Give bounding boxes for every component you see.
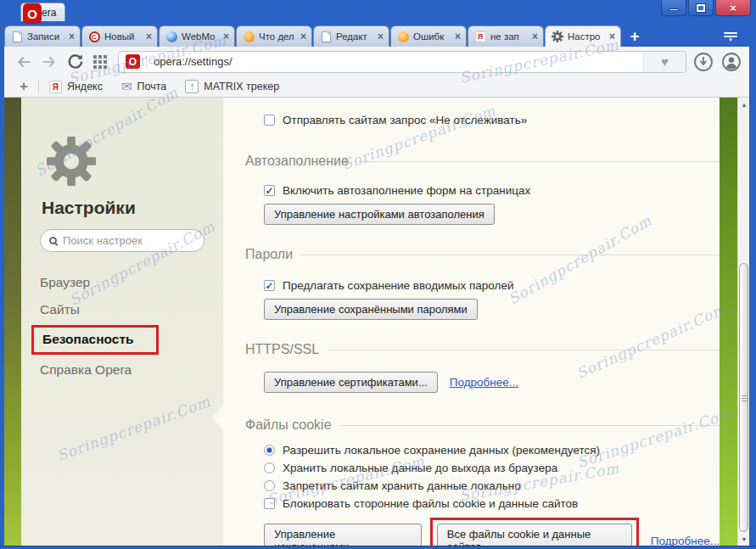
- tab-label: Новый: [104, 31, 144, 42]
- orange-site-icon: [397, 31, 409, 42]
- tab-close-icon[interactable]: ×: [453, 31, 462, 42]
- maximize-button[interactable]: [688, 0, 714, 16]
- checkbox-checked-icon[interactable]: ✓: [264, 185, 275, 196]
- manage-certificates-button[interactable]: Управление сертификатами...: [264, 372, 438, 393]
- annotation-box-all-cookies: Все файлы cookie и данные сайтов...: [430, 518, 639, 546]
- add-bookmark-button[interactable]: +: [4, 78, 38, 95]
- section-passwords: Пароли: [245, 247, 720, 262]
- window-controls: ×: [659, 0, 751, 16]
- section-title: Пароли: [245, 247, 293, 262]
- radio-selected-icon[interactable]: [264, 445, 275, 456]
- settings-sidebar: Настройки Браузер Сайты Безопасность Спр…: [21, 98, 223, 546]
- tab-novyj[interactable]: C Новый ×: [81, 25, 158, 47]
- minimize-button[interactable]: [661, 0, 686, 16]
- section-rule: [328, 350, 720, 350]
- section-autofill: Автозаполнение: [245, 154, 720, 169]
- tab-menu-icon[interactable]: ▼: [724, 31, 737, 42]
- cookies-option-label: Хранить локальные данные до выхода из бр…: [283, 462, 557, 474]
- vertical-scrollbar[interactable]: ▲ ▼: [737, 98, 749, 546]
- tab-webmoney[interactable]: WebMo ×: [159, 25, 235, 47]
- bookmark-label: Яндекс: [67, 81, 103, 92]
- tab-ne-zapuskaetsya[interactable]: Я не зап ×: [468, 25, 544, 47]
- close-button[interactable]: ×: [715, 0, 751, 16]
- section-cookies: Файлы cookie: [245, 417, 720, 433]
- tab-close-icon[interactable]: ×: [144, 31, 154, 42]
- sidebar-item-security[interactable]: Безопасность: [42, 332, 134, 347]
- address-bar[interactable]: O opera://settings/ ♥: [118, 51, 686, 73]
- address-separator: [146, 55, 147, 69]
- tab-settings-active[interactable]: Настро ×: [545, 25, 621, 47]
- url-text[interactable]: opera://settings/: [154, 55, 643, 68]
- tab-label: WebMo: [182, 31, 221, 42]
- forward-button[interactable]: [36, 50, 62, 74]
- tab-label: Ошибк: [413, 31, 453, 42]
- yandex-icon: Я: [49, 81, 62, 93]
- mail-icon: ✉: [121, 79, 132, 94]
- passwords-checkbox-label: Предлагать сохранение вводимых паролей: [283, 279, 514, 292]
- bookmarks-divider: [38, 81, 39, 93]
- gear-icon: [552, 31, 563, 42]
- sidebar-item-opera-help[interactable]: Справка Opera: [40, 356, 223, 384]
- checkbox-icon[interactable]: [264, 498, 275, 509]
- scroll-up-icon[interactable]: ▲: [738, 98, 749, 111]
- cookies-option-row: Запретить сайтам хранить данные локально: [264, 479, 720, 492]
- truncated-setting-row: Отправлять сайтам запрос «Не отслеживать…: [264, 113, 720, 127]
- cookies-option-row: Разрешить локальное сохранение данных (р…: [264, 444, 720, 457]
- scroll-down-icon[interactable]: ▼: [738, 532, 749, 546]
- manage-exceptions-button[interactable]: Управление исключениями...: [264, 524, 422, 546]
- background-strip-left: [4, 98, 21, 546]
- radio-icon[interactable]: [264, 480, 275, 491]
- bookmark-yandex[interactable]: Я Яндекс: [49, 81, 103, 93]
- tab-close-icon[interactable]: ×: [376, 31, 385, 42]
- autofill-checkbox-label: Включить автозаполнение форм на страница…: [283, 184, 530, 197]
- block-third-party-row: Блокировать сторонние файлы cookie и дан…: [264, 497, 720, 510]
- search-input[interactable]: [63, 234, 182, 247]
- cookies-more-link[interactable]: Подробнее...: [651, 535, 720, 546]
- tab-oshibka[interactable]: Ошибк ×: [390, 25, 467, 47]
- https-more-link[interactable]: Подробнее...: [450, 376, 518, 389]
- manage-autofill-button[interactable]: Управление настройками автозаполения: [264, 204, 495, 225]
- tab-close-icon[interactable]: ×: [299, 31, 308, 42]
- settings-search-box[interactable]: [40, 229, 204, 252]
- checkbox-checked-icon[interactable]: ✓: [264, 280, 275, 291]
- tab-redakt[interactable]: Редакт ×: [313, 25, 389, 47]
- tab-label: Настро: [568, 31, 608, 42]
- bookmark-heart-button[interactable]: ♥: [643, 52, 686, 72]
- profile-button[interactable]: [721, 52, 742, 72]
- maximize-icon: [697, 4, 705, 12]
- tab-label: не зап: [490, 31, 530, 42]
- opera-window: O Opera × Записи × C Новый × WebMo × Что…: [0, 0, 756, 549]
- tab-close-icon[interactable]: ×: [530, 31, 540, 42]
- sidebar-item-browser[interactable]: Браузер: [40, 269, 223, 296]
- radio-icon[interactable]: [264, 462, 275, 473]
- scrollbar-thumb[interactable]: [739, 263, 748, 532]
- checkbox-icon[interactable]: [264, 115, 275, 126]
- selected-section-pointer: [211, 405, 224, 430]
- back-button[interactable]: [11, 50, 36, 74]
- reload-button[interactable]: [62, 50, 87, 74]
- speed-dial-icon[interactable]: [87, 50, 113, 74]
- cookies-option-label: Разрешить локальное сохранение данных (р…: [283, 444, 600, 457]
- opera-menu-button[interactable]: O Opera: [20, 3, 65, 21]
- tab-chto-delat[interactable]: Что дел ×: [236, 25, 312, 47]
- block-third-party-label: Блокировать сторонние файлы cookie и дан…: [283, 497, 578, 510]
- bookmark-mail[interactable]: ✉ Почта: [121, 79, 166, 94]
- tab-close-icon[interactable]: ×: [608, 31, 617, 42]
- opera-logo-icon[interactable]: O: [23, 3, 42, 24]
- bookmark-label: Почта: [137, 81, 167, 92]
- tab-zapisi[interactable]: Записи ×: [4, 25, 81, 47]
- all-cookies-button[interactable]: Все файлы cookie и данные сайтов...: [437, 524, 632, 546]
- downloads-button[interactable]: [693, 52, 714, 72]
- sidebar-item-sites[interactable]: Сайты: [40, 296, 223, 323]
- autofill-checkbox-row: ✓ Включить автозаполнение форм на страни…: [264, 184, 720, 197]
- opera-badge-icon: O: [126, 54, 140, 69]
- page-icon: [320, 31, 332, 42]
- background-strip-right: [720, 98, 737, 546]
- manage-passwords-button[interactable]: Управление сохранёнными паролями: [264, 299, 478, 320]
- scrollbar-grip: [742, 398, 748, 399]
- new-tab-button[interactable]: +: [622, 25, 647, 47]
- section-rule: [357, 161, 720, 162]
- tab-close-icon[interactable]: ×: [67, 31, 76, 42]
- bookmark-matrix-tracker[interactable]: ↑ MATRIX трекер: [185, 80, 279, 93]
- tab-close-icon[interactable]: ×: [221, 31, 231, 42]
